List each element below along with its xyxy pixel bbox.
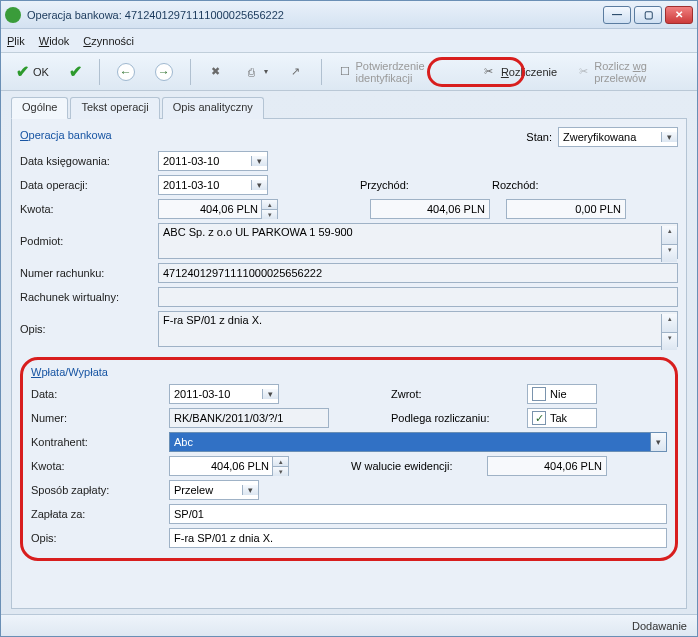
kontrahent-label: Kontrahent: [31,436,163,448]
opis2-label: Opis: [31,532,163,544]
arrow-left-icon: ← [117,63,135,81]
kwota-label: Kwota: [20,203,152,215]
print-button[interactable]: ⎙▾ [237,59,275,85]
section1-title: Operacja bankowa [20,129,112,141]
statusbar: Dodawanie [1,614,697,636]
kwota2-value: 404,06 PLN [174,460,272,472]
przychod-field: 404,06 PLN [370,199,490,219]
chevron-down-icon: ▾ [661,132,677,142]
back-button[interactable]: ← [110,59,142,85]
menu-actions[interactable]: Czynności [83,35,134,47]
maximize-button[interactable]: ▢ [634,6,662,24]
rach-wirt-field[interactable] [158,287,678,307]
waluta-label: W walucie ewidencji: [351,460,481,472]
section2-group: Wpłata/Wypłata Data: 2011-03-10 ▾ Zwrot:… [20,357,678,561]
settlement-label: Rozliczenie [501,66,557,78]
data-oper-label: Data operacji: [20,179,152,191]
data-value: 2011-03-10 [174,388,262,400]
zwrot-value: Nie [550,388,567,400]
spinner[interactable]: ▴▾ [272,457,288,476]
chevron-down-icon: ▾ [242,485,258,495]
titlebar: Operacja bankowa: 4712401297111100002565… [1,1,697,29]
ok-all-button[interactable]: ✔ [62,59,89,85]
opis-field[interactable]: F-ra SP/01 z dnia X. ▴▾ [158,311,678,347]
menu-view[interactable]: Widok [39,35,70,47]
data-ksieg-label: Data księgowania: [20,155,152,167]
confirm-id-button[interactable]: ☐ Potwierdzenie identyfikacji [331,59,467,85]
printer-icon: ⎙ [244,64,260,80]
podlega-value: Tak [550,412,567,424]
kwota2-field[interactable]: 404,06 PLN ▴▾ [169,456,289,476]
menu-file[interactable]: Plik [7,35,25,47]
zwrot-label: Zwrot: [391,388,521,400]
numer-rach-label: Numer rachunku: [20,267,152,279]
rach-wirt-label: Rachunek wirtualny: [20,291,152,303]
wrench-icon: ✖ [208,64,224,80]
podmiot-label: Podmiot: [20,235,152,247]
forward-button[interactable]: → [148,59,180,85]
section2-title: Wpłata/Wypłata [31,366,667,378]
tab-analytic[interactable]: Opis analityczny [162,97,264,119]
opis-label: Opis: [20,323,152,335]
data-ksieg-value: 2011-03-10 [163,155,251,167]
tab-op-text[interactable]: Tekst operacji [70,97,159,119]
podmiot-field[interactable]: ABC Sp. z o.o UL PARKOWA 1 59-900 ▴▾ [158,223,678,259]
numer-rach-field[interactable]: 47124012971111000025656222 [158,263,678,283]
zaplata-field[interactable]: SP/01 [169,504,667,524]
tab-general[interactable]: Ogólne [11,97,68,119]
ok-button[interactable]: ✔ OK [9,59,56,85]
zaplata-value: SP/01 [174,508,204,520]
settle-transfers-label: Rozlicz wg przelewów [594,60,682,84]
stan-select[interactable]: Zweryfikowana ▾ [558,127,678,147]
opis2-field[interactable]: F-ra SP/01 z dnia X. [169,528,667,548]
waluta-value: 404,06 PLN [544,460,602,472]
settle-transfers-button[interactable]: ✂ Rozlicz wg przelewów [570,59,689,85]
podmiot-value: ABC Sp. z o.o UL PARKOWA 1 59-900 [163,226,661,238]
data-label: Data: [31,388,163,400]
zaplata-label: Zapłata za: [31,508,163,520]
checkbox-icon [532,387,546,401]
tabstrip: Ogólne Tekst operacji Opis analityczny [11,97,687,119]
tools-crossed-icon: ✂ [481,64,497,80]
confirm-id-label: Potwierdzenie identyfikacji [355,60,460,84]
double-check-icon: ✔ [69,62,82,81]
ok-label: OK [33,66,49,78]
kwota-value: 404,06 PLN [163,203,261,215]
data-ksieg-input[interactable]: 2011-03-10 ▾ [158,151,268,171]
data-input[interactable]: 2011-03-10 ▾ [169,384,279,404]
waluta-field: 404,06 PLN [487,456,607,476]
sposob-select[interactable]: Przelew ▾ [169,480,259,500]
kontrahent-select[interactable]: Abc ▾ [169,432,667,452]
przychod-value: 404,06 PLN [427,203,485,215]
przychod-label: Przychód: [360,179,450,191]
sposob-value: Przelew [174,484,242,496]
close-button[interactable]: ✕ [665,6,693,24]
rozchod-field: 0,00 PLN [506,199,626,219]
chevron-down-icon: ▾ [262,389,278,399]
spinner[interactable]: ▴▾ [261,200,277,219]
menubar: Plik Widok Czynności [1,29,697,53]
numer-field[interactable]: RK/BANK/2011/03/?/1 [169,408,329,428]
podlega-checkbox[interactable]: ✓ Tak [527,408,597,428]
export-button[interactable]: ↗ [281,59,311,85]
scrollbar[interactable]: ▴▾ [661,226,677,262]
scrollbar[interactable]: ▴▾ [661,314,677,350]
rozchod-label: Rozchód: [492,179,582,191]
window-title: Operacja bankowa: 4712401297111100002565… [27,9,600,21]
app-icon [5,7,21,23]
numer-label: Numer: [31,412,163,424]
chevron-down-icon: ▾ [251,156,267,166]
rozchod-value: 0,00 PLN [575,203,621,215]
numer-rach-value: 47124012971111000025656222 [163,267,322,279]
tools-button[interactable]: ✖ [201,59,231,85]
data-oper-input[interactable]: 2011-03-10 ▾ [158,175,268,195]
zwrot-checkbox[interactable]: Nie [527,384,597,404]
chevron-down-icon: ▾ [251,180,267,190]
stan-value: Zweryfikowana [563,131,661,143]
kwota-field[interactable]: 404,06 PLN ▴▾ [158,199,278,219]
minimize-button[interactable]: — [603,6,631,24]
opis2-value: F-ra SP/01 z dnia X. [174,532,273,544]
settlement-button[interactable]: ✂ Rozliczenie [474,59,564,85]
status-mode: Dodawanie [632,620,687,632]
sposob-label: Sposób zapłaty: [31,484,163,496]
